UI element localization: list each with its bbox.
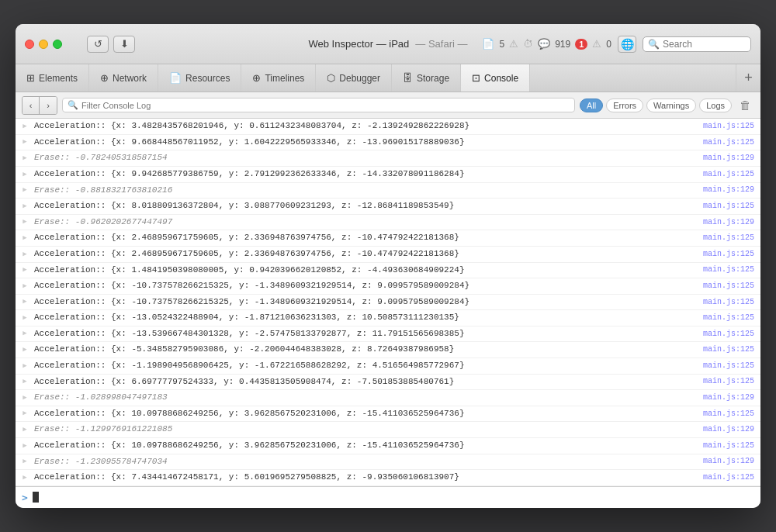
tab-debugger[interactable]: ⬡ Debugger <box>316 64 392 92</box>
row-file[interactable]: main.js:125 <box>703 360 760 372</box>
download-button[interactable]: ⬇ <box>113 36 135 53</box>
row-expand-icon[interactable]: ▶ <box>16 281 31 292</box>
forward-arrow-button[interactable]: › <box>40 97 57 114</box>
row-file[interactable]: main.js:125 <box>703 120 760 133</box>
row-file[interactable]: main.js:129 <box>703 152 760 164</box>
close-button[interactable] <box>25 40 34 49</box>
row-file[interactable]: main.js:125 <box>703 280 760 292</box>
row-expand-icon[interactable]: ▶ <box>16 344 31 355</box>
tab-storage[interactable]: 🗄 Storage <box>392 64 461 92</box>
console-row: ▶Acceleration:: {x: -13.0524322488904, y… <box>16 310 760 326</box>
filter-input[interactable] <box>81 101 570 110</box>
row-expand-icon[interactable]: ▶ <box>16 216 31 227</box>
row-file[interactable]: main.js:125 <box>703 296 760 309</box>
titlebar-actions: ↺ ⬇ <box>87 36 135 53</box>
row-expand-icon[interactable]: ▶ <box>16 296 31 307</box>
row-file[interactable]: main.js:129 <box>703 184 760 196</box>
row-expand-icon[interactable]: ▶ <box>16 376 31 387</box>
row-expand-icon[interactable]: ▶ <box>16 456 31 467</box>
row-expand-icon[interactable]: ▶ <box>16 424 31 435</box>
row-content: Acceleration:: {x: 2.468959671759605, y:… <box>31 231 703 245</box>
row-content: Acceleration:: {x: 9.668448567011952, y:… <box>31 136 703 150</box>
row-expand-icon[interactable]: ▶ <box>16 392 31 403</box>
row-file[interactable]: main.js:125 <box>703 168 760 181</box>
console-row: ▶Erase:: -0.9620202677447497main.js:129 <box>16 215 760 231</box>
filter-warnings-button[interactable]: Warnings <box>646 98 696 112</box>
row-file[interactable]: main.js:125 <box>703 264 760 276</box>
row-content: Erase:: -1.1299769161221085 <box>31 423 703 437</box>
filter-all-button[interactable]: All <box>580 98 603 112</box>
tab-network[interactable]: ⊕ Network <box>89 64 158 92</box>
row-expand-icon[interactable]: ▶ <box>16 408 31 419</box>
row-expand-icon[interactable]: ▶ <box>16 440 31 451</box>
tab-debugger-label: Debugger <box>339 73 380 84</box>
row-expand-icon[interactable]: ▶ <box>16 136 31 147</box>
row-file[interactable]: main.js:125 <box>703 440 760 452</box>
row-expand-icon[interactable]: ▶ <box>16 361 31 371</box>
row-file[interactable]: main.js:125 <box>703 328 760 340</box>
filter-logs-button[interactable]: Logs <box>699 98 732 112</box>
filter-errors-button[interactable]: Errors <box>606 98 643 112</box>
row-expand-icon[interactable]: ▶ <box>16 264 31 275</box>
console-row: ▶Acceleration:: {x: -10.737578266215325,… <box>16 295 760 311</box>
globe-button[interactable]: 🌐 <box>618 36 636 53</box>
warning-small-icon: ⚠ <box>509 38 518 50</box>
message-count: 919 <box>555 39 570 50</box>
refresh-button[interactable]: ↺ <box>87 36 109 53</box>
row-expand-icon[interactable]: ▶ <box>16 472 31 483</box>
console-row: ▶Acceleration:: {x: -5.348582795903086, … <box>16 342 760 358</box>
console-row: ▶Acceleration:: {x: 2.468959671759605, y… <box>16 247 760 263</box>
row-file[interactable]: main.js:125 <box>703 344 760 356</box>
search-box[interactable]: 🔍 <box>643 36 751 52</box>
row-file[interactable]: main.js:125 <box>703 200 760 212</box>
row-expand-icon[interactable]: ▶ <box>16 185 31 195</box>
console-row: ▶Erase:: -0.8818321763810216main.js:129 <box>16 183 760 199</box>
row-expand-icon[interactable]: ▶ <box>16 153 31 164</box>
tab-timelines-label: Timelines <box>265 73 304 84</box>
row-file[interactable]: main.js:129 <box>703 423 760 436</box>
row-file[interactable]: main.js:125 <box>703 375 760 388</box>
row-file[interactable]: main.js:129 <box>703 392 760 404</box>
back-arrow-button[interactable]: ‹ <box>23 97 40 114</box>
warning-count: 0 <box>606 39 611 50</box>
tab-elements[interactable]: ⊞ Elements <box>16 64 89 92</box>
console-row: ▶Acceleration:: {x: 6.69777797524333, y:… <box>16 375 760 391</box>
tab-timelines[interactable]: ⊕ Timelines <box>241 64 316 92</box>
row-file[interactable]: main.js:129 <box>703 455 760 468</box>
row-content: Acceleration:: {x: -10.737578266215325, … <box>31 295 703 309</box>
row-content: Acceleration:: {x: 9.942685779386759, y:… <box>31 168 703 181</box>
row-file[interactable]: main.js:125 <box>703 232 760 244</box>
row-expand-icon[interactable]: ▶ <box>16 233 31 244</box>
row-file[interactable]: main.js:125 <box>703 248 760 261</box>
row-expand-icon[interactable]: ▶ <box>16 249 31 260</box>
row-file[interactable]: main.js:125 <box>703 136 760 149</box>
row-expand-icon[interactable]: ▶ <box>16 313 31 323</box>
minimize-button[interactable] <box>39 40 48 49</box>
row-file[interactable]: main.js:129 <box>703 216 760 229</box>
search-icon: 🔍 <box>648 39 660 50</box>
row-content: Acceleration:: {x: 7.4344146724581­71, y… <box>31 471 703 485</box>
row-expand-icon[interactable]: ▶ <box>16 328 31 339</box>
row-content: Acceleration:: {x: 8.018809136372804, y:… <box>31 199 703 213</box>
row-expand-icon[interactable]: ▶ <box>16 169 31 180</box>
row-expand-icon[interactable]: ▶ <box>16 121 31 132</box>
console-content[interactable]: ▶Acceleration:: {x: 3.4828435768201946, … <box>16 119 760 486</box>
clear-console-button[interactable]: 🗑 <box>736 97 754 113</box>
console-row: ▶Acceleration:: {x: 2.468959671759605, y… <box>16 230 760 247</box>
search-input[interactable] <box>663 39 746 50</box>
console-input-area: > <box>16 486 760 508</box>
row-content: Acceleration:: {x: -13.0524322488904, y:… <box>31 311 703 325</box>
row-file[interactable]: main.js:125 <box>703 408 760 420</box>
filter-input-wrap[interactable]: 🔍 <box>62 98 575 112</box>
row-file[interactable]: main.js:125 <box>703 312 760 324</box>
console-row: ▶Erase:: -1.1299769161221085main.js:129 <box>16 422 760 438</box>
resources-icon: 📄 <box>169 72 182 84</box>
row-file[interactable]: main.js:125 <box>703 472 760 484</box>
maximize-button[interactable] <box>53 40 62 49</box>
window-title: Web Inspector — iPad <box>308 38 409 50</box>
tab-resources[interactable]: 📄 Resources <box>158 64 241 92</box>
row-expand-icon[interactable]: ▶ <box>16 201 31 212</box>
add-tab-button[interactable]: + <box>736 64 760 92</box>
tab-console[interactable]: ⊡ Console <box>461 64 530 92</box>
tab-storage-label: Storage <box>417 73 449 84</box>
